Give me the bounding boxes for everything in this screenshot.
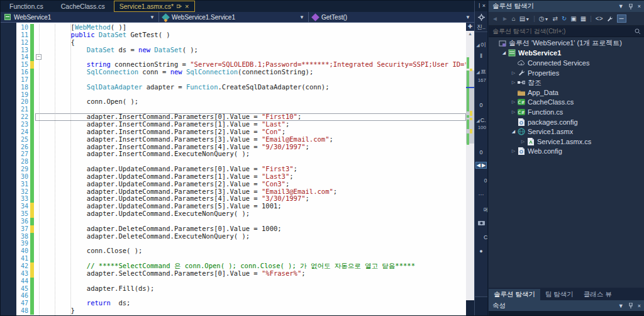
code-line: adapter.Fill(ds);	[35, 285, 466, 293]
back-icon[interactable]: ◄	[492, 15, 498, 22]
line-number: 23	[16, 121, 30, 128]
scrollbar-caret-marker	[466, 87, 474, 88]
line-number: 17	[16, 76, 30, 84]
diagnostic-panel-header-icons[interactable]: ㅣ×	[475, 1, 487, 11]
document-tab[interactable]: Function.cs	[1, 1, 52, 12]
tree-item-cacheclass-cs[interactable]: ▷C#CacheClass.cs	[489, 98, 644, 108]
sync-with-active-document-icon[interactable]: ⇄	[553, 15, 558, 22]
tree-item-web-config[interactable]: ▷Web.config	[489, 147, 644, 157]
expand-toggle-icon[interactable]: ◢	[510, 129, 517, 134]
window-menu-icon[interactable]: ▼	[618, 303, 624, 309]
change-track-bar	[30, 307, 34, 315]
cs-icon: C#	[517, 108, 526, 116]
bottom-tab-inactive[interactable]: 클래스 뷰	[579, 289, 617, 300]
scrollbar-change-mark	[467, 127, 469, 129]
change-track-bar	[30, 128, 34, 136]
tree-item-webservice1[interactable]: ◢WebService1	[489, 48, 644, 59]
expand-toggle-icon[interactable]: ▷	[510, 149, 517, 154]
properties-title: 속성	[492, 302, 506, 310]
splitter-handle-icon[interactable]: ✚	[466, 23, 474, 31]
change-track-bar	[30, 84, 34, 91]
switch-views-icon[interactable]: ▤▼	[519, 15, 530, 22]
code-line: adapter.UpdateCommand.ExecuteNonQuery( )…	[35, 210, 466, 218]
bottom-tab-inactive[interactable]: 팀 탐색기	[540, 289, 579, 300]
project-dropdown[interactable]: WebService1 ▼	[1, 12, 159, 22]
tree-item-function-cs[interactable]: ▷C#Function.cs	[489, 107, 644, 117]
diagnostic-item[interactable]: 메모	[475, 204, 488, 215]
refresh-icon[interactable]: ↻	[562, 15, 567, 22]
pending-changes-filter-icon[interactable]: ◷▼	[539, 15, 549, 22]
home-icon[interactable]: ⌂	[512, 15, 516, 22]
close-icon[interactable]: ×	[638, 303, 641, 309]
nest-files-icon[interactable]: ▣	[570, 15, 576, 22]
search-icon[interactable]	[635, 28, 641, 35]
member-dropdown-value: GetTest()	[321, 14, 347, 21]
close-icon[interactable]: ×	[185, 3, 189, 9]
scroll-up-icon[interactable]: ▲	[466, 31, 474, 36]
diagnostic-item[interactable]: 이벤	[475, 175, 488, 186]
window-menu-icon[interactable]: ▼	[618, 3, 624, 9]
expand-toggle-icon[interactable]: ▷	[510, 71, 517, 76]
editor-vertical-scrollbar[interactable]: ✚ ▲	[466, 23, 474, 315]
expand-toggle-icon[interactable]: ▷	[519, 139, 526, 144]
document-tab[interactable]: Service1.asmx.cs*×	[114, 1, 195, 12]
type-dropdown[interactable]: WebService1.Service1 ▼	[159, 12, 309, 22]
gear-icon[interactable]	[475, 14, 487, 21]
code-line: adapter.InsertCommand.ExecuteNonQuery( )…	[35, 150, 466, 158]
tree-item-label: WebService1	[518, 49, 561, 57]
change-track-bar	[30, 76, 34, 84]
line-number: 45	[16, 285, 30, 293]
change-track-bar	[30, 54, 34, 61]
bottom-tab-active[interactable]: 솔루션 탐색기	[489, 289, 540, 300]
line-number: 20	[16, 98, 30, 106]
change-track-bar	[30, 278, 34, 285]
forward-icon[interactable]: ►	[502, 15, 508, 22]
close-icon[interactable]: ×	[638, 3, 641, 9]
line-number: 33	[16, 195, 30, 203]
properties-wrench-icon[interactable]	[607, 16, 613, 22]
tree-item-service1-asmx-cs[interactable]: ▷Service1.asmx.cs	[489, 137, 644, 147]
diagnostic-item: ●	[475, 248, 487, 254]
copy-path-icon[interactable]: ▦	[580, 15, 586, 22]
tree-item-label: 솔루션 'WebService1' (1개 프로젝트)	[509, 38, 622, 48]
scrollbar-footer	[466, 300, 474, 315]
code-line: adapter.SelectCommand.Parameters[0].Valu…	[35, 270, 466, 278]
change-track-bar	[30, 270, 34, 278]
pin-icon[interactable]	[628, 303, 633, 308]
tab-label: Service1.asmx.cs*	[119, 3, 174, 10]
collapse-region-icon[interactable]: −	[36, 54, 42, 60]
diagnostic-panel-tab[interactable]	[475, 296, 487, 315]
document-tab[interactable]: CacheClass.cs	[52, 1, 114, 12]
pin-icon[interactable]	[628, 4, 633, 9]
expand-toggle-icon[interactable]: ▷	[510, 80, 517, 85]
change-track-bar	[30, 173, 34, 181]
change-track-bar	[30, 113, 34, 121]
scrollbar-change-mark	[470, 118, 472, 120]
member-dropdown[interactable]: GetTest() ▼	[309, 12, 474, 22]
tree-item-app-data[interactable]: App_Data	[489, 87, 644, 98]
breakpoint-margin[interactable]	[1, 23, 16, 315]
code-editor[interactable]: 1011121314151617181920212223242526272829…	[1, 23, 474, 315]
diagnostic-item[interactable]: ◀ ▶	[475, 162, 487, 169]
line-number: 41	[16, 255, 30, 262]
search-input[interactable]	[492, 28, 635, 35]
tree-item--webservice1-1-[interactable]: 솔루션 'WebService1' (1개 프로젝트)	[489, 38, 644, 48]
tree-item-connected-services[interactable]: Connected Services	[489, 58, 644, 68]
diagnostic-item: 0	[475, 102, 487, 108]
expand-toggle-icon[interactable]: ▷	[510, 110, 517, 115]
collapse-all-icon[interactable]: ─	[617, 14, 626, 23]
tree-item--[interactable]: ▷참조	[489, 77, 644, 87]
diagnostic-item[interactable]: CPU	[475, 232, 488, 243]
line-number: 25	[16, 136, 30, 144]
diagnostic-item: 0	[475, 149, 487, 155]
pin-icon[interactable]	[177, 4, 182, 9]
line-number: 12	[16, 39, 30, 47]
view-code-icon[interactable]: <>	[596, 15, 603, 22]
tree-item-packages-config[interactable]: packages.config	[489, 117, 644, 127]
tree-item-service1-asmx[interactable]: ◢Service1.asmx	[489, 127, 644, 137]
scrollbar-change-mark	[467, 109, 469, 111]
expand-toggle-icon[interactable]: ◢	[501, 50, 508, 55]
expand-toggle-icon[interactable]: ▷	[510, 99, 517, 104]
tree-item-properties[interactable]: ▷Properties	[489, 68, 644, 78]
tree-item-label: 참조	[528, 78, 541, 87]
